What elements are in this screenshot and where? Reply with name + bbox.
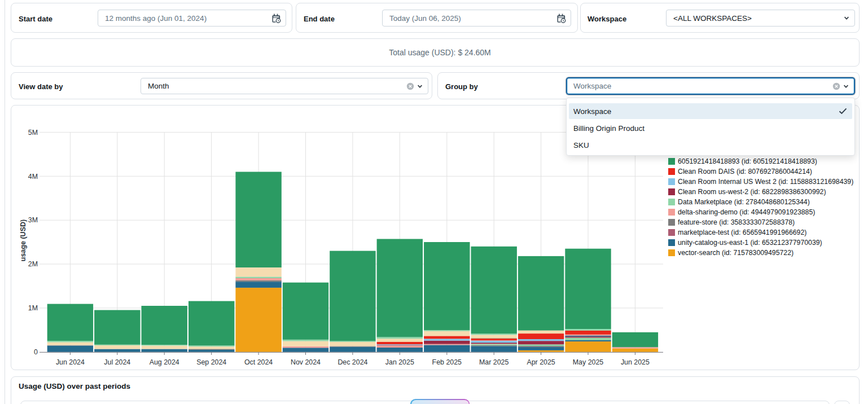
svg-text:3M: 3M: [28, 216, 38, 224]
svg-text:Jan 2025: Jan 2025: [385, 358, 414, 366]
svg-text:Apr 2025: Apr 2025: [527, 358, 555, 366]
svg-text:Feb 2025: Feb 2025: [432, 358, 462, 366]
svg-text:Dec 2024: Dec 2024: [337, 358, 367, 366]
svg-text:Mar 2025: Mar 2025: [479, 358, 508, 366]
svg-text:Jun 2024: Jun 2024: [56, 358, 85, 366]
svg-text:Jun 2025: Jun 2025: [621, 358, 650, 366]
svg-text:usage (USD): usage (USD): [19, 219, 27, 261]
svg-text:1M: 1M: [28, 304, 38, 312]
svg-text:Aug 2024: Aug 2024: [150, 358, 179, 366]
svg-text:2M: 2M: [28, 260, 38, 268]
svg-text:Jul 2024: Jul 2024: [104, 358, 130, 366]
svg-text:Oct 2024: Oct 2024: [244, 358, 273, 366]
svg-text:Sep 2024: Sep 2024: [196, 358, 226, 366]
svg-text:4M: 4M: [28, 173, 38, 181]
svg-text:5M: 5M: [28, 129, 38, 137]
svg-text:0: 0: [34, 348, 38, 356]
svg-text:May 2025: May 2025: [573, 358, 604, 366]
svg-text:Nov 2024: Nov 2024: [291, 358, 321, 366]
